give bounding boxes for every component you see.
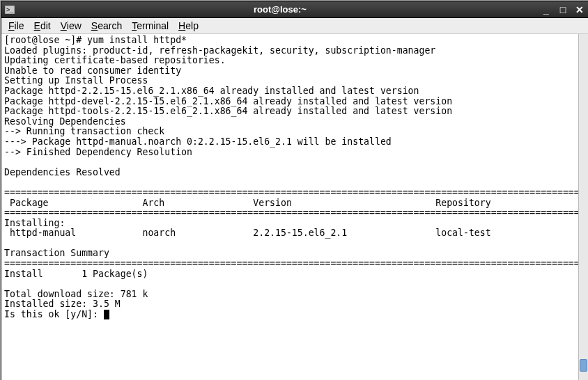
menubar: File Edit View Search Terminal Help [1,18,588,34]
minimize-button[interactable]: _ [541,4,552,15]
window-title: root@lose:~ [20,4,541,15]
scroll-thumb[interactable] [580,359,587,372]
menu-edit[interactable]: Edit [34,20,51,31]
terminal-output[interactable]: [root@lose ~]# yum install httpd* Loaded… [1,34,578,380]
menu-terminal[interactable]: Terminal [132,20,169,31]
titlebar: >_ root@lose:~ _ □ ✕ [1,1,588,18]
menu-view[interactable]: View [61,20,82,31]
menu-help[interactable]: Help [178,20,199,31]
terminal-window: >_ root@lose:~ _ □ ✕ File Edit View Sear… [1,1,588,380]
window-controls: _ □ ✕ [541,4,585,15]
svg-text:>_: >_ [6,6,14,13]
cursor [104,310,109,319]
maximize-button[interactable]: □ [557,4,568,15]
close-button[interactable]: ✕ [574,4,585,15]
menu-search[interactable]: Search [91,20,122,31]
terminal-app-icon: >_ [4,4,15,15]
menu-file[interactable]: File [8,20,24,31]
scrollbar[interactable] [578,34,588,380]
